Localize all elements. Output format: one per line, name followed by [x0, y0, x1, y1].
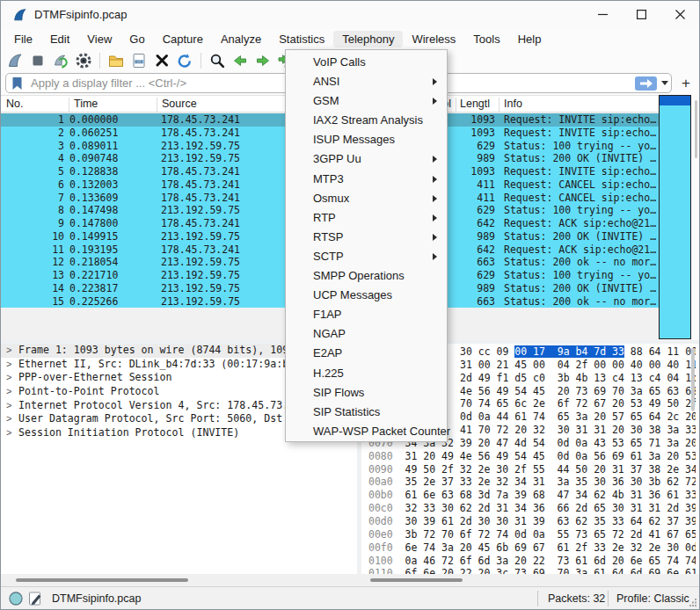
- expand-chevron-icon[interactable]: >: [6, 426, 11, 440]
- filter-dropdown-caret[interactable]: [661, 81, 668, 85]
- hex-row-10[interactable]: 009049 50 2f 32 2e 30 2f 55 44 50 20 31 …: [368, 463, 696, 476]
- hex-row-16[interactable]: 00f06e 74 3a 20 45 6b 69 67 61 2f 33 2e …: [368, 541, 696, 555]
- go-back-button[interactable]: [230, 50, 251, 71]
- close-button[interactable]: [660, 1, 699, 28]
- menu-item-gsm[interactable]: GSM: [286, 91, 447, 111]
- bookmark-icon[interactable]: [11, 76, 23, 94]
- cell-info: Request: INVITE sip:echo…: [504, 165, 657, 178]
- expand-chevron-icon[interactable]: >: [6, 344, 11, 358]
- details-hscrollbar-thumb[interactable]: [16, 578, 188, 582]
- menu-item-voip-calls[interactable]: VoIP Calls: [286, 53, 447, 72]
- menu-item-iax2-stream-analysis[interactable]: IAX2 Stream Analysis: [286, 111, 447, 130]
- restart-capture-button[interactable]: [50, 50, 71, 71]
- column-divider[interactable]: [499, 98, 499, 112]
- menu-item-sip-flows[interactable]: SIP Flows: [286, 383, 447, 403]
- minimize-button[interactable]: [583, 1, 622, 28]
- menu-item-3gpp-uu[interactable]: 3GPP Uu: [286, 149, 447, 169]
- column-divider[interactable]: [157, 98, 157, 112]
- expand-chevron-icon[interactable]: >: [6, 412, 11, 426]
- menubar-item-telephony[interactable]: Telephony: [333, 31, 403, 47]
- open-file-button[interactable]: [106, 50, 127, 71]
- cell-len: 989: [441, 230, 495, 243]
- hex-row-12[interactable]: 00b061 6e 63 68 3d 7a 39 68 47 34 62 4b …: [368, 489, 696, 502]
- add-filter-button[interactable]: +: [676, 74, 696, 93]
- cell-no: 12: [1, 256, 64, 269]
- menubar-item-statistics[interactable]: Statistics: [270, 31, 333, 47]
- menubar-item-help[interactable]: Help: [509, 31, 551, 47]
- expand-chevron-icon[interactable]: >: [6, 399, 11, 413]
- column-header-length[interactable]: Lengtl: [460, 98, 490, 110]
- hex-bytes: 30 cc 09: [460, 345, 514, 358]
- hex-row-13[interactable]: 00c032 33 30 62 2d 31 34 36 66 2d 65 30 …: [368, 502, 696, 515]
- save-file-button[interactable]: 010: [128, 50, 149, 71]
- column-header-time[interactable]: Time: [74, 98, 98, 110]
- menubar-item-wireless[interactable]: Wireless: [403, 31, 464, 47]
- capture-options-button[interactable]: [73, 50, 94, 71]
- hex-row-15[interactable]: 00e03b 72 70 6f 72 74 0d 0a 55 73 65 72 …: [368, 528, 696, 541]
- column-header-source[interactable]: Source: [162, 98, 197, 110]
- cell-no: 8: [1, 204, 64, 217]
- hex-row-11[interactable]: 00a035 2e 37 33 2e 32 34 31 3a 35 30 36 …: [368, 476, 696, 489]
- expert-info-icon[interactable]: [8, 591, 24, 609]
- cell-src: 178.45.73.241: [161, 113, 240, 127]
- menubar-item-tools[interactable]: Tools: [464, 31, 508, 47]
- packet-list-minimap-scrollbar[interactable]: [659, 95, 691, 339]
- hex-scrollbar-thumb[interactable]: [691, 348, 695, 411]
- column-divider[interactable]: [69, 98, 69, 112]
- menubar-item-edit[interactable]: Edit: [41, 31, 78, 47]
- hex-row-17[interactable]: 01000a 46 72 6f 6d 3a 20 22 73 61 6d 20 …: [368, 555, 696, 568]
- menubar-item-view[interactable]: View: [78, 31, 120, 47]
- start-capture-button[interactable]: [4, 50, 26, 71]
- menu-item-sctp[interactable]: SCTP: [286, 247, 447, 266]
- hex-bytes: 41 70 72 20 32 30 31 31 20 30 38 3a 33: [460, 424, 696, 436]
- expand-chevron-icon[interactable]: >: [6, 385, 11, 399]
- capture-comment-icon[interactable]: [28, 591, 43, 609]
- resize-grip[interactable]: [689, 597, 697, 609]
- hex-row-9[interactable]: 008031 20 49 4e 56 49 54 45 0d 0a 56 69 …: [368, 450, 696, 463]
- expand-chevron-icon[interactable]: >: [6, 358, 11, 372]
- menubar-item-go[interactable]: Go: [120, 31, 153, 47]
- go-forward-button[interactable]: [252, 50, 273, 71]
- menu-item-h-225[interactable]: H.225: [286, 364, 447, 383]
- hex-hscrollbar-thumb[interactable]: [370, 578, 463, 582]
- maximize-button[interactable]: [622, 1, 660, 28]
- menu-item-ansi[interactable]: ANSI: [286, 72, 447, 91]
- menu-item-rtp[interactable]: RTP: [286, 208, 447, 228]
- reload-file-button[interactable]: [174, 50, 195, 71]
- menu-item-smpp-operations[interactable]: SMPP Operations: [286, 266, 447, 286]
- cell-info: Status: 200 ok -- no mor…: [504, 256, 657, 269]
- cell-info: Status: 100 trying -- yo…: [504, 204, 657, 217]
- menu-item-rtsp[interactable]: RTSP: [286, 228, 447, 247]
- titlebar: DTMFsipinfo.pcap: [1, 1, 699, 29]
- column-divider[interactable]: [456, 98, 456, 112]
- expand-chevron-icon[interactable]: >: [6, 371, 11, 385]
- menu-item-ngap[interactable]: NGAP: [286, 324, 447, 344]
- close-file-button[interactable]: [151, 50, 172, 71]
- telephony-menu: VoIP CallsANSIGSMIAX2 Stream AnalysisISU…: [285, 49, 448, 442]
- menu-item-isup-messages[interactable]: ISUP Messages: [286, 130, 447, 149]
- cell-time: 0.225266: [69, 295, 118, 309]
- menubar-item-file[interactable]: File: [5, 31, 41, 47]
- find-packet-button[interactable]: [207, 50, 228, 71]
- menubar-item-analyze[interactable]: Analyze: [212, 31, 270, 47]
- menu-item-wap-wsp-packet-counter[interactable]: WAP-WSP Packet Counter: [286, 422, 447, 441]
- cell-no: 7: [1, 192, 64, 205]
- column-header-no[interactable]: No.: [6, 98, 23, 110]
- menu-item-f1ap[interactable]: F1AP: [286, 305, 447, 324]
- menu-item-ucp-messages[interactable]: UCP Messages: [286, 286, 447, 305]
- column-header-info[interactable]: Info: [504, 98, 522, 110]
- status-profile[interactable]: Profile: Classic: [616, 592, 689, 605]
- menu-item-sip-statistics[interactable]: SIP Statistics: [286, 403, 447, 422]
- stop-capture-button[interactable]: [27, 50, 48, 71]
- details-text: PPP-over-Ethernet Session: [18, 371, 172, 383]
- menu-item-osmux[interactable]: Osmux: [286, 189, 447, 208]
- menu-item-mtp3[interactable]: MTP3: [286, 170, 447, 189]
- hex-row-14[interactable]: 00d030 39 61 2d 30 30 31 39 63 62 35 33 …: [368, 515, 696, 528]
- menu-item-e2ap[interactable]: E2AP: [286, 344, 447, 363]
- hex-row-18[interactable]: 01106f 6e 20 22 20 3c 73 69 70 3a 61 64 …: [368, 567, 696, 574]
- cell-len: 663: [441, 256, 495, 269]
- stop-capture-icon: [29, 52, 47, 69]
- apply-filter-button[interactable]: [635, 76, 657, 91]
- packet-list-scrollbar-thumb[interactable]: [695, 100, 697, 158]
- menubar-item-capture[interactable]: Capture: [154, 31, 212, 47]
